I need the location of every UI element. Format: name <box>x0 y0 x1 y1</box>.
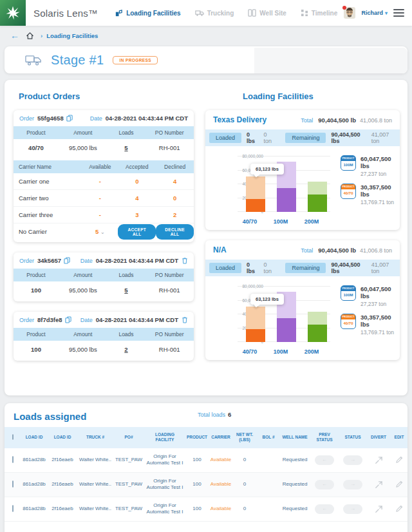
breadcrumb-page[interactable]: Loading Facilities <box>46 32 98 39</box>
solaris-logo <box>0 0 26 26</box>
col-declined: Declined <box>156 160 194 173</box>
order-card: Order 55fg4658 Date 04-28-2021 04:43:44 … <box>14 110 194 242</box>
copy-icon[interactable] <box>64 257 70 264</box>
home-icon[interactable] <box>26 32 34 40</box>
no-carrier-available-dropdown[interactable]: 5 ⌄ <box>82 223 118 240</box>
product-orders-section: Product Orders Order 55fg4658 Date 04-28… <box>5 86 199 371</box>
carrier-name: Carrier three <box>14 207 82 223</box>
load-id-a: 861ad28b <box>21 457 47 463</box>
divert-icon[interactable] <box>366 456 391 464</box>
amount-value: 95,000 lbs <box>59 341 108 358</box>
col-accepted: Accepted <box>118 160 156 173</box>
x-axis-label: 100M <box>267 348 295 355</box>
truck-number: Walter White.. <box>78 506 113 512</box>
main-content-card: Product Orders Order 55fg4658 Date 04-28… <box>5 80 407 395</box>
chart-legend: PRODUCT 100M 60,047,500 lbs 27,237 ton P… <box>341 284 396 356</box>
well-name: Requested <box>280 457 310 463</box>
well-site-icon <box>248 9 256 17</box>
table-row: 861ad28b2f16eaebWalter White..TEST_PAWOr… <box>5 497 407 522</box>
bar-200M[interactable] <box>308 287 327 342</box>
status-button[interactable]: → <box>343 480 362 489</box>
order-id: 34k5657 <box>37 257 61 264</box>
divert-icon[interactable] <box>366 480 391 489</box>
hamburger-menu-icon[interactable] <box>393 9 404 17</box>
product-orders-title: Product Orders <box>19 91 196 101</box>
col-po-number: PO Number <box>145 328 194 341</box>
total-label: Total <box>301 247 313 254</box>
back-arrow-icon[interactable]: ← <box>10 31 19 40</box>
carrier-available: - <box>82 207 118 223</box>
product-table: Product Amount Loads PO Number 100 95,00… <box>14 269 194 299</box>
remaining-chip: Remaining <box>285 133 326 143</box>
product-row: 100 95,000 lbs 5 RH-001 <box>14 281 194 299</box>
prev-status-button[interactable]: ← <box>315 480 334 489</box>
facility-name: N/A <box>213 245 227 254</box>
carrier-accepted: 0 <box>118 173 156 189</box>
date-label: Date <box>80 258 93 264</box>
breadcrumb-separator: › <box>41 32 42 39</box>
col-product: Product <box>14 269 59 281</box>
loading-facility: Origin For Automatic Test I <box>145 478 185 491</box>
decline-all-button[interactable]: DECLINE ALL <box>156 224 194 240</box>
select-all-checkbox[interactable] <box>12 434 14 440</box>
prev-status-button[interactable]: ← <box>315 504 334 514</box>
legend-ton: 13,769.71 ton <box>360 329 396 336</box>
status-button[interactable]: → <box>343 504 362 514</box>
total-ton: 41,006.8 ton <box>360 247 392 254</box>
carrier-accepted: 4 <box>118 190 156 206</box>
carrier-row: Carrier one - 0 4 <box>14 173 194 190</box>
bar-200M[interactable] <box>308 157 327 212</box>
loading-facility: Origin For Automatic Test I <box>145 502 185 515</box>
nav-loading-facilities[interactable]: Loading Facilities <box>115 9 180 17</box>
trash-icon[interactable] <box>182 257 188 264</box>
top-navbar: Solaris Lens™ Loading Facilities Truckin… <box>0 0 412 26</box>
status-button[interactable]: → <box>343 455 362 465</box>
no-carrier-row: No Carrier 5 ⌄ ACCEPT ALL DECLINE ALL <box>14 223 194 240</box>
trash-icon[interactable] <box>182 316 188 323</box>
carrier-declined: 4 <box>156 173 194 189</box>
po-number: TEST_PAW <box>113 457 145 463</box>
row-checkbox[interactable] <box>12 456 14 463</box>
user-avatar[interactable] <box>344 7 355 19</box>
legend-ton: 27,237 ton <box>360 301 396 307</box>
loads-link[interactable]: 5 <box>124 144 127 151</box>
product-value: 40/70 <box>14 139 59 157</box>
date-label: Date <box>80 317 93 323</box>
order-date: 04-28-2021 04:43:44 PM CDT <box>96 316 178 323</box>
bar-segment-remaining <box>246 307 265 328</box>
loaded-lbs: 0 lbs <box>247 131 258 144</box>
legend-lbs: 60,047,500 lbs <box>360 285 396 299</box>
edit-icon[interactable] <box>391 456 407 464</box>
x-axis-label: 200M <box>297 218 326 225</box>
order-card: Order 34k5657 Date 04-28-2021 04:43:44 P… <box>14 252 194 301</box>
loads-table: LOAD ID LOAD ID TRUCK # PO# LOADING FACI… <box>5 427 407 522</box>
loads-link[interactable]: 5 <box>124 287 127 294</box>
legend-item: PRODUCT 100M 60,047,500 lbs 27,237 ton <box>341 285 396 307</box>
well-name: Requested <box>280 481 310 488</box>
edit-icon[interactable] <box>391 480 407 488</box>
no-carrier-label: No Carrier <box>14 223 82 240</box>
carrier-row: Carrier two - 4 0 <box>14 190 194 207</box>
total-label: Total <box>301 117 313 124</box>
table-row: 861ad28b2f16eaebWalter White..TEST_PAWOr… <box>5 448 407 473</box>
loads-link[interactable]: 2 <box>124 346 127 353</box>
edit-icon[interactable] <box>391 505 407 513</box>
col-product: Product <box>14 328 59 341</box>
copy-icon[interactable] <box>66 115 73 122</box>
row-checkbox[interactable] <box>12 505 14 512</box>
accept-all-button[interactable]: ACCEPT ALL <box>118 224 156 240</box>
nav-timeline[interactable]: Timeline <box>301 9 337 17</box>
user-menu[interactable]: Richard ▾ <box>361 10 388 16</box>
divert-icon[interactable] <box>366 505 391 513</box>
row-checkbox[interactable] <box>12 480 14 488</box>
col-po-number: PO Number <box>145 269 194 281</box>
bar-segment-loaded <box>277 188 296 212</box>
amount-value: 95,000 lbs <box>59 281 108 299</box>
prev-status-button[interactable]: ← <box>315 455 334 465</box>
copy-icon[interactable] <box>65 316 71 323</box>
col-loads: Loads <box>108 269 145 281</box>
nav-label: Loading Facilities <box>126 10 180 17</box>
nav-well-site[interactable]: Well Site <box>248 9 286 17</box>
nav-trucking[interactable]: Trucking <box>195 9 234 17</box>
carrier-accepted: 3 <box>118 207 156 223</box>
